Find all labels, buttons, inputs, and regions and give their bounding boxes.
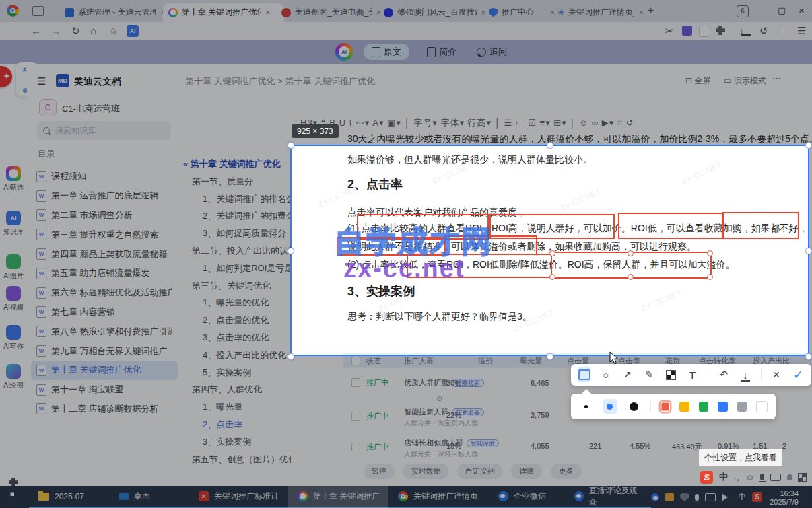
snip-dim-left <box>0 145 290 356</box>
stroke-size-large[interactable] <box>627 399 641 414</box>
rectangle-icon <box>578 369 590 380</box>
ime-emoji-icon[interactable]: ☺ <box>745 472 754 482</box>
snip-toolbar: ○ ↗ ✎ T ↶ ↓ × ✓ <box>571 364 811 386</box>
selection-handle[interactable] <box>287 353 294 360</box>
divider <box>761 369 762 380</box>
ime-mic-icon[interactable] <box>760 474 764 480</box>
ime-tooltip: 个性设置，点我看看 <box>698 449 783 467</box>
color-red-selected[interactable] <box>661 402 671 412</box>
undo-button[interactable]: ↶ <box>717 367 730 382</box>
save-download-button[interactable]: ↓ <box>739 367 751 382</box>
selection-handle[interactable] <box>547 142 553 149</box>
mouse-cursor <box>609 351 620 365</box>
ime-mode-icon[interactable]: 中 <box>719 471 728 483</box>
selection-handle[interactable] <box>287 248 294 254</box>
arrow-tool[interactable]: ↗ <box>621 367 634 382</box>
rectangle-tool[interactable] <box>578 367 590 382</box>
ime-grid-icon[interactable] <box>799 474 806 481</box>
color-gray[interactable] <box>737 402 747 412</box>
selection-handle[interactable] <box>805 142 812 149</box>
cancel-button[interactable]: × <box>770 367 783 382</box>
snip-selection-rect[interactable] <box>290 145 809 356</box>
ellipse-tool[interactable]: ○ <box>599 367 612 382</box>
ime-person-icon[interactable] <box>787 474 792 480</box>
ime-keyboard-icon[interactable] <box>770 474 781 481</box>
color-yellow[interactable] <box>679 402 689 412</box>
stroke-size-small[interactable] <box>579 399 593 414</box>
confirm-button[interactable]: ✓ <box>792 367 805 382</box>
sogou-logo-icon[interactable]: S <box>700 471 713 484</box>
mosaic-tool[interactable] <box>665 367 677 382</box>
divider <box>650 401 651 412</box>
color-blue[interactable] <box>718 402 728 412</box>
color-green[interactable] <box>699 402 709 412</box>
text-tool[interactable]: T <box>686 367 699 382</box>
selection-handle[interactable] <box>805 248 812 254</box>
mosaic-icon <box>666 370 676 380</box>
pen-tool[interactable]: ✎ <box>643 367 656 382</box>
divider <box>708 369 708 380</box>
ime-punct-icon[interactable]: ·, <box>734 472 739 482</box>
color-white[interactable] <box>756 401 768 412</box>
selection-handle[interactable] <box>547 353 553 360</box>
ime-toolbar: S 中 ·, ☺ <box>700 470 806 484</box>
selection-size-label: 925 × 373 <box>292 124 339 138</box>
snip-color-panel <box>571 394 776 419</box>
snip-dim-top <box>0 0 812 145</box>
screen: 系统管理 - 美迪云管理 × 第十章 关键词推广优化 × 美迪创客_美迪电商_美… <box>0 0 812 508</box>
selection-handle[interactable] <box>805 353 812 360</box>
selection-handle[interactable] <box>287 142 294 149</box>
stroke-size-medium-selected[interactable] <box>603 399 617 414</box>
